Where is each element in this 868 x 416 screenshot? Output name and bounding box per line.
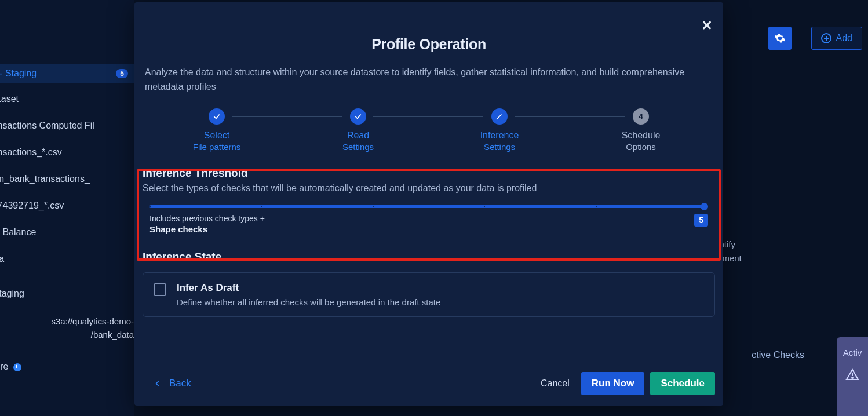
step-sublabel: Settings	[429, 142, 570, 152]
step-label: Inference	[429, 130, 570, 141]
sidebar-path: s3a://qualytics-demo- /bank_data	[23, 315, 134, 341]
sidebar-item[interactable]: k Transactions Computed Fil	[0, 121, 94, 131]
sidebar-item[interactable]: dated Balance	[0, 227, 36, 238]
chevron-left-icon	[154, 378, 161, 389]
close-icon[interactable]	[700, 19, 714, 32]
infer-as-draft-option[interactable]: Infer As Draft Define whether all inferr…	[143, 272, 715, 317]
threshold-slider[interactable]	[149, 205, 708, 208]
step-select[interactable]: Select File patterns	[146, 108, 287, 152]
sidebar-datastore-text: astore	[0, 362, 8, 371]
modal-description: Analyze the data and structure within yo…	[145, 65, 713, 94]
stepper: Select File patterns Read Settings Infer…	[134, 108, 723, 152]
check-icon	[354, 112, 362, 121]
warning-icon	[845, 368, 859, 382]
callout-highlight-box	[137, 169, 721, 261]
sidebar-selected-item[interactable]: taset - Staging 5	[0, 64, 134, 83]
sidebar-item[interactable]: et - Staging	[0, 289, 24, 299]
settings-button[interactable]	[768, 27, 792, 50]
step-label: Schedule	[570, 130, 712, 141]
sidebar-selected-badge: 5	[116, 69, 128, 78]
option-title: Infer As Draft	[177, 282, 440, 294]
step-sublabel: Settings	[287, 142, 429, 152]
step-sublabel: Options	[570, 142, 712, 152]
checkbox[interactable]	[154, 283, 166, 296]
cancel-button[interactable]: Cancel	[541, 378, 570, 389]
sidebar: es taset - Staging 5 k_Dataset k Transac…	[0, 0, 134, 416]
option-description: Define whether all inferred checks will …	[177, 297, 440, 307]
sidebar-item[interactable]: k_transactions_*.csv	[0, 147, 62, 158]
step-number: 4	[639, 112, 643, 121]
add-button-label: Add	[836, 33, 852, 43]
add-button[interactable]: Add	[811, 27, 862, 50]
sidebar-item[interactable]: _20174392719_*.csv	[0, 200, 64, 211]
step-label: Read	[287, 130, 429, 141]
app-root: es taset - Staging 5 k_Dataset k Transac…	[0, 0, 868, 416]
option-text: Infer As Draft Define whether all inferr…	[177, 282, 440, 307]
info-icon[interactable]	[13, 363, 21, 371]
back-label: Back	[169, 378, 191, 389]
active-checks-label: ctive Checks	[752, 350, 804, 360]
svg-point-1	[852, 377, 853, 378]
sidebar-selected-label: taset - Staging	[0, 68, 37, 79]
step-dot: 4	[633, 108, 649, 125]
step-dot	[491, 108, 508, 125]
step-read[interactable]: Read Settings	[287, 108, 429, 152]
run-now-button[interactable]: Run Now	[581, 372, 645, 395]
check-icon	[213, 112, 221, 121]
gear-icon	[774, 32, 786, 44]
modal-footer: Back Cancel Run Now Schedule	[134, 372, 723, 395]
slider-track	[149, 205, 708, 208]
schedule-button[interactable]: Schedule	[650, 372, 715, 395]
profile-operation-modal: Profile Operation Analyze the data and s…	[134, 2, 723, 406]
step-sublabel: File patterns	[146, 142, 287, 152]
plus-icon	[821, 33, 831, 43]
modal-title: Profile Operation	[134, 36, 723, 53]
sidebar-item[interactable]: 9 Data	[0, 254, 4, 264]
right-drawer-tab[interactable]: Activ	[837, 337, 868, 416]
step-schedule[interactable]: 4 Schedule Options	[570, 108, 712, 152]
sidebar-item[interactable]: ension_bank_transactions_	[0, 174, 90, 184]
pencil-icon	[495, 112, 504, 121]
step-inference[interactable]: Inference Settings	[429, 108, 570, 152]
step-dot	[350, 108, 366, 125]
step-dot	[209, 108, 225, 125]
slider-ticks	[149, 206, 708, 207]
sidebar-item[interactable]: k_Dataset	[0, 94, 19, 104]
step-label: Select	[146, 130, 287, 141]
sidebar-datastore-label: astore	[0, 362, 21, 372]
back-button[interactable]: Back	[154, 378, 191, 389]
right-drawer-label: Activ	[843, 348, 862, 357]
